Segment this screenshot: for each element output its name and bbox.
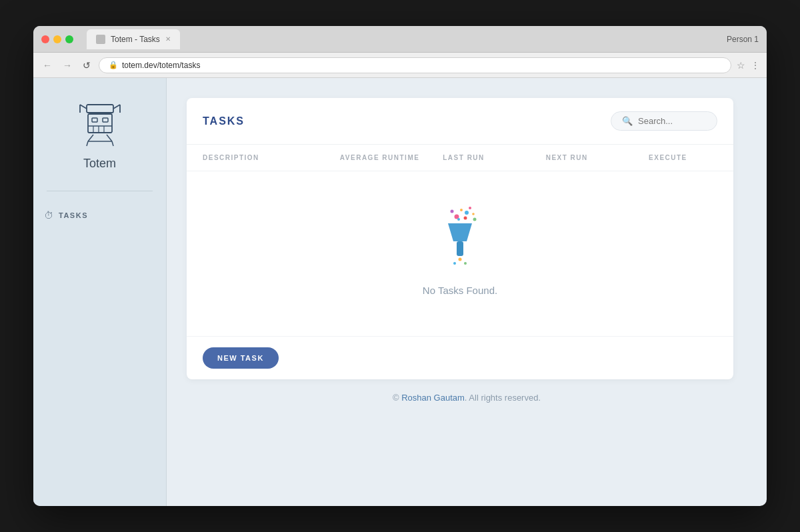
search-icon: 🔍	[622, 116, 633, 126]
toolbar-actions: ☆ ⋮	[737, 60, 760, 71]
reload-button[interactable]: ↺	[80, 59, 93, 72]
main-content: TASKS 🔍 DESCRIPTION AVERAGE RUNTIME LAST…	[167, 78, 767, 506]
address-bar[interactable]: 🔒 totem.dev/totem/tasks	[99, 57, 731, 73]
lock-icon: 🔒	[109, 61, 118, 69]
totem-logo	[73, 98, 127, 151]
svg-line-16	[112, 141, 113, 146]
svg-point-23	[457, 218, 460, 221]
content-card: TASKS 🔍 DESCRIPTION AVERAGE RUNTIME LAST…	[187, 98, 733, 379]
browser-toolbar: ← → ↺ 🔒 totem.dev/totem/tasks ☆ ⋮	[33, 53, 767, 78]
svg-line-2	[113, 105, 120, 109]
svg-point-29	[453, 262, 456, 265]
footer-copyright-suffix: . All rights reserved.	[465, 393, 541, 403]
svg-line-15	[87, 141, 88, 146]
empty-message: No Tasks Found.	[423, 285, 497, 296]
svg-point-28	[459, 258, 462, 261]
footer-author-link[interactable]: Roshan Gautam	[401, 393, 465, 403]
close-button[interactable]	[41, 35, 49, 43]
col-average-runtime: AVERAGE RUNTIME	[340, 154, 443, 161]
tab-close-icon[interactable]: ✕	[165, 35, 171, 43]
svg-point-20	[460, 209, 463, 211]
sidebar-divider	[47, 191, 153, 191]
svg-marker-26	[448, 223, 472, 241]
table-header: DESCRIPTION AVERAGE RUNTIME LAST RUN NEX…	[187, 145, 733, 171]
bookmark-icon[interactable]: ☆	[737, 60, 745, 71]
page-footer: © Roshan Gautam. All rights reserved.	[393, 393, 541, 403]
browser-tab[interactable]: Totem - Tasks ✕	[87, 29, 180, 49]
svg-line-1	[80, 105, 87, 109]
col-description: DESCRIPTION	[203, 154, 340, 161]
svg-rect-27	[457, 241, 463, 256]
footer-copyright-prefix: ©	[393, 393, 401, 403]
col-next-run: NEXT RUN	[546, 154, 649, 161]
svg-point-24	[472, 213, 475, 215]
funnel-illustration	[433, 205, 487, 271]
svg-rect-5	[88, 114, 112, 133]
more-icon[interactable]: ⋮	[751, 60, 760, 71]
svg-line-13	[107, 135, 112, 141]
card-title: TASKS	[203, 115, 245, 127]
clock-icon: ⏱	[44, 210, 53, 221]
svg-point-19	[473, 218, 477, 221]
new-task-button[interactable]: NEW TASK	[203, 347, 279, 369]
col-execute: EXECUTE	[649, 154, 717, 161]
tab-title: Totem - Tasks	[111, 35, 160, 44]
svg-point-22	[469, 207, 471, 209]
forward-button[interactable]: →	[60, 59, 75, 72]
svg-point-30	[464, 262, 467, 265]
search-input[interactable]	[638, 116, 705, 126]
logo-name: Totem	[83, 157, 116, 171]
svg-rect-7	[103, 118, 108, 122]
browser-window: Totem - Tasks ✕ Person 1 ← → ↺ 🔒 totem.d…	[33, 26, 767, 506]
app-content: Totem ⏱ TASKS TASKS 🔍	[33, 78, 767, 506]
person-label: Person 1	[727, 35, 759, 44]
search-box[interactable]: 🔍	[611, 111, 717, 131]
sidebar: Totem ⏱ TASKS	[33, 78, 167, 506]
tab-area: Totem - Tasks ✕	[87, 29, 721, 49]
svg-point-21	[451, 210, 454, 213]
svg-point-18	[465, 211, 469, 215]
svg-point-25	[464, 217, 467, 220]
minimize-button[interactable]	[53, 35, 61, 43]
titlebar: Totem - Tasks ✕ Person 1	[33, 26, 767, 53]
sidebar-tasks-label: TASKS	[59, 211, 88, 219]
card-header: TASKS 🔍	[187, 98, 733, 145]
svg-line-12	[88, 135, 93, 141]
svg-rect-6	[92, 118, 97, 122]
traffic-lights	[41, 35, 73, 43]
card-footer: NEW TASK	[187, 336, 733, 379]
svg-rect-0	[87, 105, 113, 113]
empty-state: No Tasks Found.	[187, 171, 733, 336]
logo-container: Totem	[73, 98, 127, 171]
maximize-button[interactable]	[65, 35, 73, 43]
url-text: totem.dev/totem/tasks	[122, 61, 200, 70]
col-last-run: LAST RUN	[443, 154, 545, 161]
sidebar-item-tasks[interactable]: ⏱ TASKS	[33, 205, 166, 226]
tab-favicon	[96, 35, 105, 44]
back-button[interactable]: ←	[40, 59, 55, 72]
